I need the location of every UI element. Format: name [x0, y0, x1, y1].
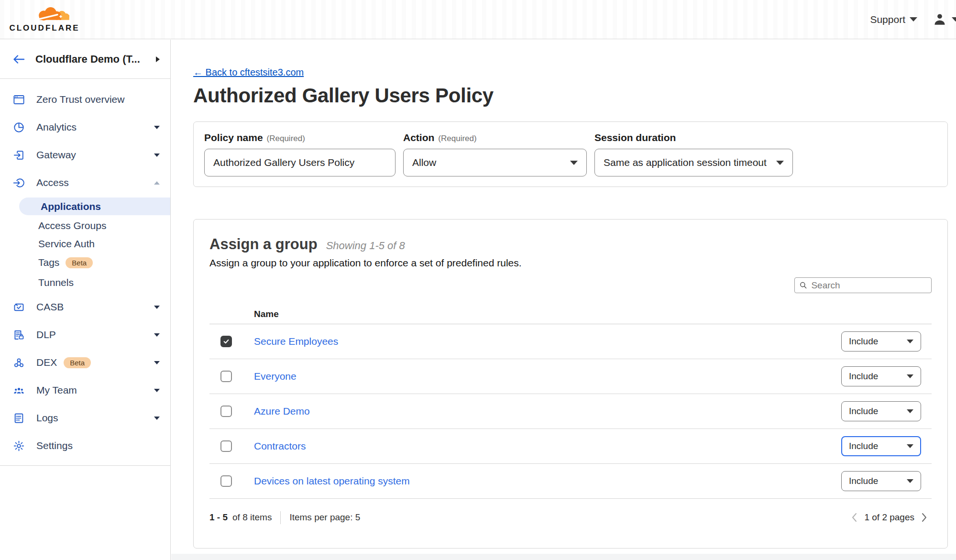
- row-checkbox[interactable]: [220, 440, 232, 452]
- sidebar-item-label: DLP: [36, 329, 154, 340]
- page-title: Authorized Gallery Users Policy: [193, 84, 956, 107]
- search-box[interactable]: [794, 277, 932, 293]
- sidebar-item-text: DEX: [36, 357, 57, 368]
- table-row: Azure Demo Include: [209, 394, 932, 429]
- group-name-link[interactable]: Azure Demo: [254, 406, 310, 417]
- include-select[interactable]: Include: [841, 436, 921, 456]
- beta-badge: Beta: [66, 257, 93, 268]
- sidebar-item-logs[interactable]: Logs: [0, 404, 170, 432]
- row-checkbox[interactable]: [220, 406, 232, 417]
- sidebar-item-analytics[interactable]: Analytics: [0, 113, 170, 141]
- search-input[interactable]: [811, 280, 926, 291]
- sidebar-subitem-label: Applications: [41, 201, 101, 212]
- sidebar-item-my-team[interactable]: My Team: [0, 376, 170, 404]
- dex-icon: [12, 356, 25, 369]
- sidebar-item-label: DEX Beta: [36, 357, 154, 368]
- sidebar-item-settings[interactable]: Settings: [0, 432, 170, 460]
- policy-name-input[interactable]: [204, 149, 396, 176]
- chevron-left-icon: [851, 513, 857, 522]
- table-row: Secure Employees Include: [209, 324, 932, 359]
- action-select[interactable]: Allow: [403, 149, 587, 176]
- assign-group-card: Assign a group Showing 1-5 of 8 Assign a…: [193, 219, 948, 549]
- sidebar-subitem-label: Tunnels: [38, 277, 74, 288]
- bottom-bar: [171, 554, 956, 560]
- session-duration-select[interactable]: Same as application session timeout: [594, 149, 793, 176]
- chevron-up-icon[interactable]: [154, 181, 160, 185]
- sidebar-item-access[interactable]: Access: [0, 169, 170, 197]
- required-hint: (Required): [438, 134, 476, 143]
- chevron-down-icon[interactable]: [154, 361, 160, 364]
- sidebar-item-label: Gateway: [36, 149, 154, 161]
- chevron-down-icon[interactable]: [154, 389, 160, 392]
- sidebar-subitem-access-groups[interactable]: Access Groups: [0, 217, 170, 235]
- sidebar-item-label: Logs: [36, 412, 154, 424]
- prev-page-button[interactable]: [851, 513, 857, 522]
- back-link[interactable]: ← Back to cftestsite3.com: [193, 67, 304, 78]
- required-hint: (Required): [267, 134, 305, 143]
- chevron-down-icon: [907, 409, 913, 413]
- access-submenu: Applications Access Groups Service Auth …: [0, 198, 170, 293]
- include-select[interactable]: Include: [841, 331, 921, 351]
- include-select-value: Include: [849, 441, 878, 451]
- sidebar-subitem-label: Tags: [38, 257, 59, 268]
- group-name-link[interactable]: Everyone: [254, 371, 297, 382]
- showing-count: Showing 1-5 of 8: [326, 240, 405, 252]
- user-menu[interactable]: [932, 11, 956, 28]
- sidebar-nav: Zero Trust overview Analytics Gateway A: [0, 79, 170, 466]
- sidebar-subitem-applications[interactable]: Applications: [19, 198, 170, 215]
- sidebar-item-casb[interactable]: CASB: [0, 293, 170, 321]
- include-select[interactable]: Include: [841, 401, 921, 421]
- dlp-icon: [12, 329, 25, 341]
- search-icon: [800, 281, 807, 289]
- sidebar-item-dlp[interactable]: DLP: [0, 321, 170, 349]
- session-duration-value: Same as application session timeout: [604, 157, 767, 168]
- account-name: Cloudflare Demo (T...: [35, 53, 156, 66]
- pagination: 1 - 5 of 8 items Items per page: 5 1 of …: [209, 507, 932, 528]
- access-icon: [12, 176, 25, 189]
- sidebar: Cloudflare Demo (T... Zero Trust overvie…: [0, 40, 171, 560]
- sidebar-item-label: Analytics: [36, 121, 154, 133]
- sidebar-item-gateway[interactable]: Gateway: [0, 141, 170, 169]
- chevron-right-icon: [922, 513, 927, 522]
- group-name-link[interactable]: Secure Employees: [254, 336, 338, 347]
- row-checkbox[interactable]: [220, 336, 232, 347]
- top-header: CLOUDFLARE Support: [0, 0, 956, 39]
- session-duration-field: Session duration Same as application ses…: [594, 132, 793, 176]
- casb-icon: [12, 301, 25, 314]
- chevron-down-icon[interactable]: [154, 126, 160, 129]
- sidebar-item-dex[interactable]: DEX Beta: [0, 349, 170, 376]
- chevron-down-icon[interactable]: [154, 306, 160, 309]
- back-arrow-icon[interactable]: [12, 54, 25, 65]
- include-select-value: Include: [849, 371, 878, 382]
- group-name-link[interactable]: Devices on latest operating system: [254, 475, 410, 486]
- include-select-value: Include: [849, 476, 878, 486]
- row-checkbox[interactable]: [220, 475, 232, 487]
- include-select-value: Include: [849, 406, 878, 417]
- column-header-name: Name: [254, 309, 279, 319]
- support-label: Support: [870, 14, 905, 25]
- chevron-right-icon[interactable]: [156, 56, 160, 62]
- sidebar-subitem-tunnels[interactable]: Tunnels: [0, 272, 170, 293]
- sidebar-item-zero-trust-overview[interactable]: Zero Trust overview: [0, 86, 170, 113]
- sidebar-subitem-label: Service Auth: [38, 238, 95, 250]
- chevron-down-icon: [907, 340, 913, 343]
- account-switcher[interactable]: Cloudflare Demo (T...: [0, 40, 170, 79]
- sidebar-subitem-tags[interactable]: Tags Beta: [0, 253, 170, 272]
- cloudflare-logo[interactable]: CLOUDFLARE: [9, 6, 80, 33]
- table-row: Devices on latest operating system Inclu…: [209, 464, 932, 499]
- chevron-down-icon: [570, 161, 578, 165]
- chevron-down-icon[interactable]: [154, 154, 160, 157]
- support-menu[interactable]: Support: [870, 14, 917, 25]
- cloudflare-cloud-icon: [34, 6, 72, 23]
- beta-badge: Beta: [64, 357, 91, 368]
- sidebar-subitem-service-auth[interactable]: Service Auth: [0, 235, 170, 253]
- include-select-value: Include: [849, 336, 878, 347]
- group-name-link[interactable]: Contractors: [254, 440, 306, 451]
- include-select[interactable]: Include: [841, 471, 921, 491]
- next-page-button[interactable]: [922, 513, 927, 522]
- include-select[interactable]: Include: [841, 366, 921, 386]
- section-title: Assign a group: [209, 236, 318, 253]
- row-checkbox[interactable]: [220, 371, 232, 382]
- chevron-down-icon[interactable]: [154, 333, 160, 337]
- chevron-down-icon[interactable]: [154, 417, 160, 420]
